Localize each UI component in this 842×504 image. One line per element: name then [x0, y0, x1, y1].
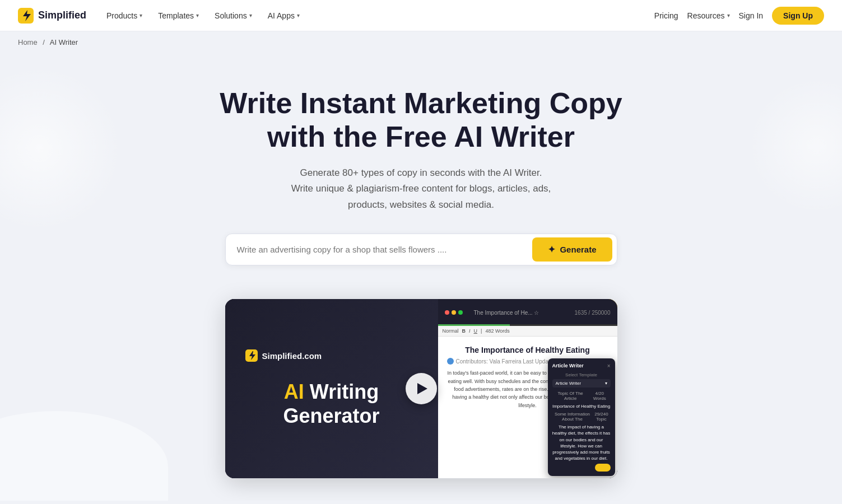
window-close-dot — [445, 310, 449, 315]
nav-products[interactable]: Products ▾ — [100, 7, 149, 25]
toolbar-word-count: 482 Words — [485, 328, 509, 334]
video-brand-icon — [245, 349, 258, 362]
hero-section: Write Instant Marketing Copy with the Fr… — [0, 53, 842, 501]
nav-pricing[interactable]: Pricing — [654, 11, 678, 20]
bg-decoration — [0, 411, 168, 501]
products-chevron-icon: ▾ — [139, 12, 142, 18]
video-headline: AI WritingGenerator — [245, 380, 418, 428]
logo-icon — [18, 8, 34, 24]
video-brand-text: Simplified.com — [262, 351, 322, 361]
advanced-toggle[interactable] — [595, 464, 611, 472]
video-right-panel: The Importance of He... ☆ 1635 / 250000 … — [438, 299, 617, 478]
toolbar-underline[interactable]: U — [474, 328, 478, 334]
search-input[interactable] — [226, 236, 528, 263]
video-ai-text: AI — [284, 380, 304, 403]
window-max-dot — [458, 310, 463, 315]
ai-apps-chevron-icon: ▾ — [297, 12, 300, 18]
panel-select-label: Select Template — [552, 372, 611, 377]
video-section: Simplified.com AI WritingGenerator — [225, 299, 617, 478]
hero-subtitle-line2: Write unique & plagiarism-free content f… — [291, 183, 551, 194]
panel-title: Article Writer — [552, 363, 584, 368]
hero-title: Write Instant Marketing Copy with the Fr… — [214, 87, 629, 154]
breadcrumb: Home / AI Writer — [0, 31, 842, 53]
nav-templates[interactable]: Templates ▾ — [151, 7, 206, 25]
solutions-chevron-icon: ▾ — [249, 12, 252, 18]
window-min-dot — [452, 310, 456, 315]
breadcrumb-home[interactable]: Home — [18, 38, 38, 46]
generate-button[interactable]: ✦ Generate — [532, 237, 612, 262]
templates-chevron-icon: ▾ — [196, 12, 199, 18]
panel-template-select[interactable]: Article Writer ▾ — [552, 379, 611, 388]
panel-info-row: Some Information About The 29/240 Topic — [552, 412, 611, 422]
generate-label: Generate — [560, 245, 596, 254]
sign-up-button[interactable]: Sign Up — [772, 7, 824, 25]
hero-subtitle: Generate 80+ types of copy in seconds wi… — [264, 165, 578, 214]
nav-solutions[interactable]: Solutions ▾ — [208, 7, 259, 25]
nav-ai-apps[interactable]: AI Apps ▾ — [261, 7, 306, 25]
breadcrumb-current: AI Writer — [50, 38, 78, 46]
resources-chevron-icon: ▾ — [727, 12, 730, 18]
panel-topic-value: Importance of Healthy Eating — [552, 403, 611, 409]
video-doc-topbar: The Importance of He... ☆ 1635 / 250000 — [438, 299, 617, 326]
nav-resources[interactable]: Resources ▾ — [687, 11, 730, 20]
toolbar-separator: | — [481, 328, 482, 334]
nav-links: Products ▾ Templates ▾ Solutions ▾ AI Ap… — [100, 7, 654, 25]
logo-link[interactable]: Simplified — [18, 8, 86, 24]
toolbar-italic[interactable]: I — [469, 328, 471, 334]
toolbar-normal: Normal — [443, 328, 459, 334]
select-chevron-icon: ▾ — [605, 381, 607, 386]
navbar: Simplified Products ▾ Templates ▾ Soluti… — [0, 0, 842, 31]
toolbar-bold[interactable]: B — [462, 328, 466, 334]
editor-toolbar: Normal B I U | 482 Words — [438, 326, 617, 337]
video-brand: Simplified.com — [245, 349, 418, 362]
hero-subtitle-line1: Generate 80+ types of copy in seconds wi… — [300, 167, 542, 178]
panel-info-value: The impact of having a healthy diet, the… — [552, 424, 611, 461]
hero-subtitle-line3: products, websites & social media. — [348, 199, 494, 210]
play-triangle-icon — [417, 383, 427, 394]
play-button[interactable] — [406, 373, 437, 404]
progress-bar-fill — [438, 324, 510, 326]
panel-close-icon[interactable]: × — [607, 363, 611, 369]
search-bar: ✦ Generate — [225, 234, 617, 265]
generate-icon: ✦ — [548, 244, 555, 255]
panel-topic-row: Topic Of The Article 4/20 Words — [552, 391, 611, 401]
panel-header: Article Writer × — [552, 363, 611, 369]
breadcrumb-separator: / — [43, 38, 45, 46]
brand-name: Simplified — [38, 10, 86, 21]
nav-right: Pricing Resources ▾ Sign In Sign Up — [654, 7, 824, 25]
doc-title: The Importance of Healthy Eating — [447, 346, 608, 354]
editor-title-bar: The Importance of He... ☆ — [467, 307, 570, 318]
video-container: Simplified.com AI WritingGenerator — [225, 299, 617, 478]
sign-in-button[interactable]: Sign In — [739, 11, 764, 20]
article-writer-panel: Article Writer × Select Template Article… — [548, 358, 615, 476]
window-controls — [445, 310, 463, 315]
progress-bar — [438, 324, 617, 326]
author-avatar — [447, 358, 454, 365]
word-count: 1635 / 250000 — [575, 310, 611, 316]
